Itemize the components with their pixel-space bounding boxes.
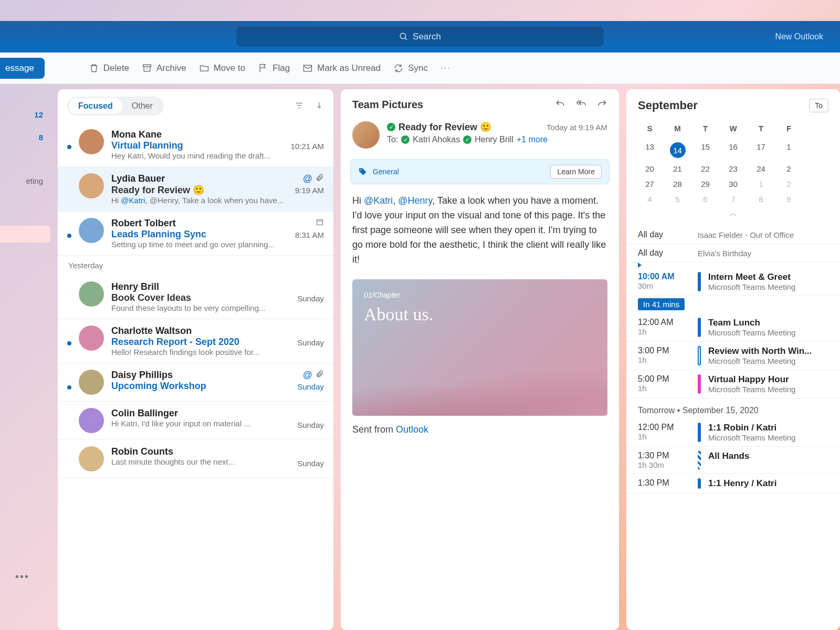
mark-unread-button[interactable]: Mark as Unread — [302, 63, 381, 74]
outlook-link[interactable]: Outlook — [396, 424, 428, 435]
agenda-event[interactable]: 3:00 PM1hReview with North Win...Microso… — [626, 342, 840, 370]
delete-button[interactable]: Delete — [89, 63, 129, 74]
attachment-image[interactable]: 01/Chapter About us. — [352, 279, 607, 416]
unread-dot — [67, 234, 71, 238]
new-outlook-toggle[interactable]: New Outlook — [775, 32, 823, 41]
calendar-date[interactable]: 29 — [691, 176, 719, 192]
mention[interactable]: @Henry — [398, 195, 432, 206]
presence-icon: ✓ — [401, 135, 410, 144]
message-row[interactable]: Henry BrillBook Cover IdeasFound these l… — [58, 275, 333, 319]
search-input[interactable]: Search — [236, 27, 604, 47]
message-from: Colin Ballinger — [111, 408, 324, 419]
avatar — [79, 326, 104, 351]
category-name[interactable]: General — [373, 167, 545, 176]
message-row[interactable]: Robin CountsLast minute thoughts our the… — [58, 440, 333, 478]
calendar-date[interactable]: 4 — [636, 192, 664, 207]
recipient[interactable]: Henry Brill — [475, 135, 513, 144]
message-body: Hi @Katri, @Henry, Take a look when you … — [341, 191, 619, 270]
flag-button[interactable]: Flag — [258, 63, 290, 74]
nav-badge[interactable]: 12 — [34, 110, 43, 119]
avatar — [79, 173, 104, 198]
trash-icon — [89, 63, 99, 74]
message-from: Mona Kane — [111, 129, 324, 140]
calendar-date[interactable]: 17 — [747, 139, 775, 161]
calendar-date[interactable]: 24 — [747, 161, 775, 176]
sync-icon — [393, 63, 404, 74]
list-header: Focused Other — [58, 89, 333, 123]
calendar-date[interactable]: 30 — [719, 176, 747, 192]
sync-button[interactable]: Sync — [393, 63, 428, 74]
message-row[interactable]: Charlotte WaltsonResearch Report - Sept … — [58, 319, 333, 363]
agenda-event[interactable]: 1:30 PM1:1 Henry / Katri — [626, 474, 840, 494]
learn-more-button[interactable]: Learn More — [550, 165, 602, 178]
forward-icon[interactable] — [597, 99, 607, 111]
message-row[interactable]: Lydia BauerReady for Review 🙂Hi @Katri, … — [58, 167, 333, 212]
filter-icon[interactable] — [295, 101, 304, 112]
avatar — [79, 218, 104, 243]
avatar — [352, 121, 380, 149]
calendar-date[interactable]: 7 — [719, 192, 747, 207]
calendar-day-header: M — [664, 121, 691, 136]
calendar-date[interactable]: 20 — [636, 161, 664, 176]
calendar-date[interactable]: 27 — [636, 176, 664, 192]
sort-icon[interactable] — [314, 101, 324, 112]
calendar-date[interactable]: 9 — [775, 192, 803, 207]
more-button[interactable]: ··· — [440, 63, 451, 74]
message-row[interactable]: ⌄Daisy PhillipsUpcoming Workshop@Sunday — [58, 363, 333, 402]
agenda-event[interactable]: 12:00 PM1h1:1 Robin / KatriMicrosoft Tea… — [626, 418, 840, 447]
calendar-date[interactable]: 1 — [775, 139, 803, 161]
recipient[interactable]: Katri Ahokas — [413, 135, 460, 144]
message-time: 10:21 AM — [291, 142, 324, 151]
agenda-event[interactable]: 1:30 PM1h 30mAll Hands — [626, 447, 840, 474]
message-subject: Upcoming Workshop — [111, 381, 324, 392]
reply-all-icon[interactable] — [576, 99, 586, 111]
mention[interactable]: @Katri — [364, 195, 393, 206]
chevron-up-icon[interactable]: ︿ — [636, 207, 831, 220]
agenda-event[interactable]: 5:00 PM1hVirtual Happy HourMicrosoft Tea… — [626, 370, 840, 398]
calendar-date[interactable]: 2 — [775, 176, 803, 192]
svg-point-0 — [400, 33, 406, 39]
nav-item-meeting[interactable]: eting — [26, 176, 43, 185]
message-list[interactable]: Mona KaneVirtual PlanningHey Katri, Woul… — [58, 123, 333, 630]
message-subject: Ready for Review 🙂 — [111, 184, 324, 196]
calendar-date[interactable]: 16 — [719, 139, 747, 161]
nav-more-icon[interactable]: ••• — [15, 571, 29, 583]
calendar-date[interactable]: 28 — [664, 176, 691, 192]
calendar-date[interactable]: 21 — [664, 161, 691, 176]
message-row[interactable]: Robert TolbertLeads Planning SyncSetting… — [58, 212, 333, 256]
presence-icon: ✓ — [463, 135, 471, 144]
calendar-date[interactable]: 23 — [719, 161, 747, 176]
svg-rect-2 — [143, 65, 151, 66]
calendar-date[interactable]: 15 — [691, 139, 719, 161]
calendar-day-header: S — [636, 121, 664, 136]
message-row[interactable]: Mona KaneVirtual PlanningHey Katri, Woul… — [58, 123, 333, 167]
calendar-date[interactable]: 13 — [636, 139, 664, 161]
today-button[interactable]: To — [809, 99, 828, 112]
calendar-date[interactable]: 22 — [691, 161, 719, 176]
attachment-caption: 01/Chapter — [364, 291, 400, 299]
agenda-event[interactable]: 10:00 AM30m Intern Meet & GreetMicrosoft… — [626, 268, 840, 296]
tab-other[interactable]: Other — [122, 98, 162, 114]
all-day-event[interactable]: All day Elvia's Birthday — [626, 244, 840, 262]
new-message-button[interactable]: essage — [0, 58, 45, 79]
calendar-date[interactable]: 1 — [747, 176, 775, 192]
calendar-date[interactable]: 6 — [691, 192, 719, 207]
move-to-button[interactable]: Move to — [199, 63, 245, 74]
message-time: 8:31 AM — [295, 230, 324, 239]
more-recipients[interactable]: +1 more — [517, 135, 548, 144]
reply-icon[interactable] — [555, 99, 565, 111]
all-day-event[interactable]: All day Isaac Fielder - Out of Office — [626, 226, 840, 244]
calendar-date[interactable]: 8 — [747, 192, 775, 207]
agenda[interactable]: All day Isaac Fielder - Out of Office Al… — [626, 223, 840, 630]
calendar-date[interactable]: 2 — [775, 161, 803, 176]
calendar-date[interactable]: 14 — [664, 139, 691, 161]
agenda-event[interactable]: 12:00 AM1hTeam LunchMicrosoft Teams Meet… — [626, 313, 840, 342]
calendar-day-header: T — [747, 121, 775, 136]
sent-from: Sent from Outlook — [341, 420, 619, 447]
calendar-date[interactable]: 5 — [664, 192, 691, 207]
message-subject: Book Cover Ideas — [111, 292, 324, 303]
nav-badge[interactable]: 8 — [39, 133, 43, 142]
tab-focused[interactable]: Focused — [69, 98, 122, 114]
message-row[interactable]: Colin BallingerHi Katri, I'd like your i… — [58, 402, 333, 440]
archive-button[interactable]: Archive — [142, 63, 186, 74]
